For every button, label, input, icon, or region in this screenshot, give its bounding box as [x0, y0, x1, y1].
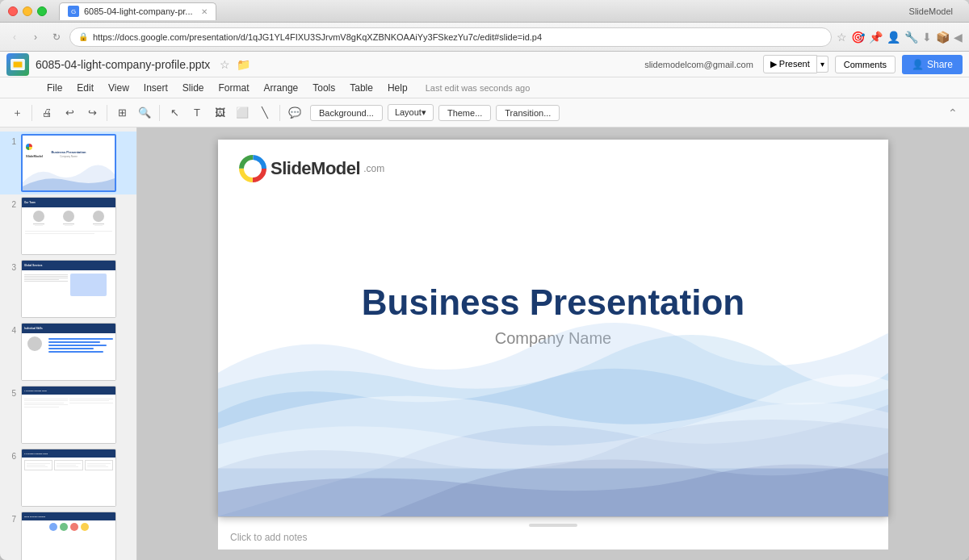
- mini-title: Business Presentation Company Name: [23, 150, 115, 158]
- address-bar: ‹ › ↻ 🔒 https://docs.google.com/presenta…: [0, 23, 969, 52]
- tab-close-icon[interactable]: ✕: [201, 7, 208, 16]
- menu-help[interactable]: Help: [381, 80, 414, 96]
- browser-branding: SlideModel: [909, 6, 961, 16]
- extension-icon-4[interactable]: 🔧: [904, 31, 918, 44]
- slide-number-7: 7: [5, 512, 16, 524]
- present-button-group: ▶ Present ▾: [763, 55, 828, 73]
- wave-mini: [23, 158, 115, 190]
- menu-view[interactable]: View: [102, 80, 136, 96]
- undo-button[interactable]: ↩: [59, 102, 80, 123]
- slides-icon: [10, 57, 25, 72]
- last-edit-status: Last edit was seconds ago: [426, 83, 531, 93]
- svg-rect-2: [14, 61, 23, 67]
- extension-icon-3[interactable]: 👤: [887, 31, 900, 44]
- slide-2-mini: Our Team: [22, 198, 115, 254]
- tab-title: 6085-04-light-company-pr...: [84, 6, 193, 16]
- slide-1-mini: SlideModel Business Presentation Company…: [23, 136, 115, 190]
- slide-thumb-7[interactable]: 7 Work Process Sample: [0, 509, 136, 560]
- url-bar[interactable]: 🔒 https://docs.google.com/presentation/d…: [69, 27, 832, 47]
- close-button[interactable]: [8, 6, 18, 16]
- slide-thumb-4[interactable]: 4 Individual Skills: [0, 320, 136, 383]
- user-email: slidemodelcom@gmail.com: [644, 60, 753, 69]
- zoom-button[interactable]: 🔍: [134, 102, 155, 123]
- slide-content: SlideModel.com Business Presentation Com…: [218, 140, 888, 516]
- transition-button[interactable]: Transition...: [496, 105, 560, 121]
- notes-placeholder: Click to add notes: [230, 532, 307, 543]
- text-button[interactable]: T: [187, 102, 208, 123]
- layout-button[interactable]: Layout▾: [388, 104, 434, 121]
- slide-thumb-3[interactable]: 3 Global Services: [0, 257, 136, 320]
- background-button[interactable]: Background...: [310, 105, 383, 121]
- menu-tools[interactable]: Tools: [306, 80, 342, 96]
- image-button[interactable]: 🖼: [209, 102, 230, 123]
- slide-panel: 1 SlideModel Business Presentation Compa…: [0, 127, 137, 560]
- menu-insert[interactable]: Insert: [137, 80, 174, 96]
- slide-number-3: 3: [5, 260, 16, 272]
- star-icon[interactable]: ☆: [837, 31, 847, 44]
- extension-icon-5[interactable]: ⬇: [922, 31, 932, 44]
- slide-logo-area: SlideModel.com: [238, 154, 384, 183]
- minimize-button[interactable]: [23, 6, 32, 16]
- drag-handle[interactable]: [529, 524, 577, 527]
- slide-number-5: 5: [5, 386, 16, 398]
- slide-preview-6: 3 Columns Sample Slide: [21, 449, 116, 507]
- main-content: 1 SlideModel Business Presentation Compa…: [0, 127, 969, 560]
- slide-canvas[interactable]: SlideModel.com Business Presentation Com…: [218, 140, 888, 516]
- menu-table[interactable]: Table: [343, 80, 380, 96]
- present-main-button[interactable]: ▶ Present: [763, 55, 817, 73]
- toolbar-separator-1: [31, 105, 32, 121]
- menu-bar: File Edit View Insert Slide Format Arran…: [0, 77, 969, 98]
- browser-tab[interactable]: G 6085-04-light-company-pr... ✕: [59, 2, 216, 20]
- slidemodel-logo: SlideModel.com: [238, 154, 384, 183]
- star-icon[interactable]: ☆: [220, 58, 230, 71]
- doc-title: 6085-04-light-company-profile.pptx: [36, 58, 210, 71]
- notes-area[interactable]: Click to add notes: [218, 516, 888, 550]
- share-icon: 👤: [912, 59, 924, 70]
- menu-format[interactable]: Format: [212, 80, 256, 96]
- menu-edit[interactable]: Edit: [70, 80, 100, 96]
- comments-button[interactable]: Comments: [835, 56, 896, 73]
- tab-favicon: G: [68, 6, 79, 17]
- forward-button[interactable]: ›: [27, 29, 44, 45]
- menu-slide[interactable]: Slide: [176, 80, 211, 96]
- extension-icon-7[interactable]: ◀: [954, 31, 963, 44]
- slide-preview-3: Global Services: [21, 260, 116, 318]
- share-label: Share: [927, 59, 953, 70]
- extension-icon-6[interactable]: 📦: [936, 31, 950, 44]
- line-button[interactable]: ╲: [254, 102, 275, 123]
- slide-number-6: 6: [5, 449, 16, 461]
- slide-3-mini: Global Services: [22, 261, 115, 317]
- slide-thumb-6[interactable]: 6 3 Columns Sample Slide: [0, 446, 136, 509]
- slide-thumb-1[interactable]: 1 SlideModel Business Presentation Compa…: [0, 132, 136, 194]
- menu-arrange[interactable]: Arrange: [258, 80, 305, 96]
- share-button[interactable]: 👤 Share: [902, 55, 963, 74]
- slide-preview-2: Our Team: [21, 197, 116, 255]
- slide-number-4: 4: [5, 323, 16, 335]
- redo-button[interactable]: ↪: [82, 102, 103, 123]
- zoom-fit-button[interactable]: ⊞: [111, 102, 132, 123]
- logo-suffix: .com: [363, 163, 384, 174]
- maximize-button[interactable]: [37, 6, 47, 16]
- shape-button[interactable]: ⬜: [232, 102, 253, 123]
- toolbar: ＋ 🖨 ↩ ↪ ⊞ 🔍 ↖ T 🖼 ⬜ ╲ 💬 Background... La…: [0, 98, 969, 127]
- menu-file[interactable]: File: [40, 80, 69, 96]
- collapse-toolbar-button[interactable]: ⌃: [943, 103, 963, 123]
- theme-button[interactable]: Theme...: [438, 105, 491, 121]
- add-button[interactable]: ＋: [6, 102, 27, 123]
- slide-thumb-2[interactable]: 2 Our Team: [0, 194, 136, 257]
- select-button[interactable]: ↖: [164, 102, 185, 123]
- slide-number-1: 1: [5, 134, 16, 146]
- extension-icon-2[interactable]: 📌: [869, 31, 883, 44]
- slide-thumb-5[interactable]: 5 7 Lifetime Sample Slide: [0, 383, 136, 446]
- logo-text: SlideModel: [271, 158, 360, 179]
- comment-button[interactable]: 💬: [284, 102, 305, 123]
- reload-button[interactable]: ↻: [48, 29, 65, 45]
- toolbar-separator-3: [159, 105, 160, 121]
- traffic-lights: [8, 6, 47, 16]
- folder-icon[interactable]: 📁: [237, 58, 250, 71]
- tab-area: G 6085-04-light-company-pr... ✕: [59, 2, 909, 20]
- back-button[interactable]: ‹: [6, 29, 23, 45]
- present-dropdown-button[interactable]: ▾: [817, 56, 828, 73]
- print-button[interactable]: 🖨: [36, 102, 57, 123]
- extension-icon-1[interactable]: 🎯: [851, 31, 865, 44]
